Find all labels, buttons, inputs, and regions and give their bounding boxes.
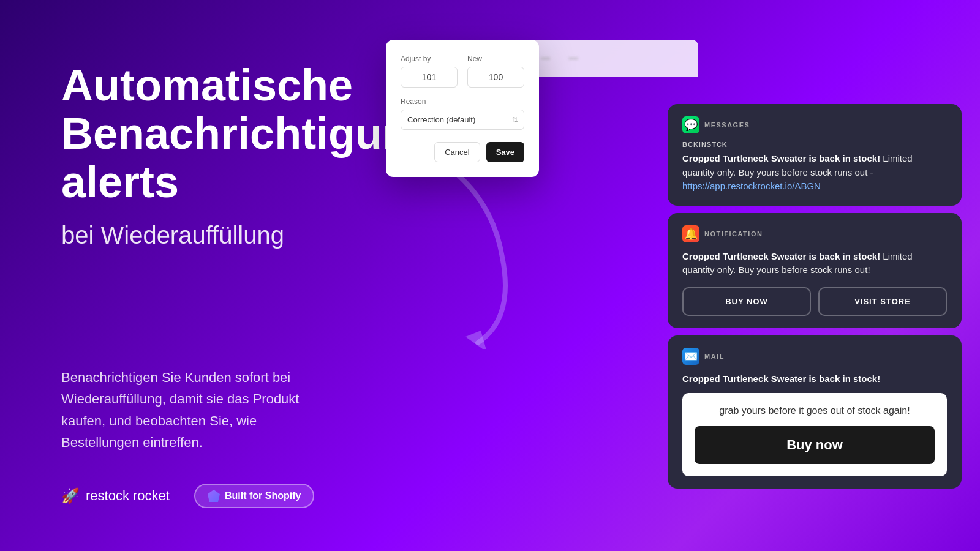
- hero-section: Automatische Benachrichtigungen alerts b…: [61, 61, 392, 249]
- reason-select[interactable]: Correction (default) Received Return res…: [401, 110, 524, 130]
- inventory-modal: Adjust by New Reason Correction (default…: [386, 40, 539, 177]
- save-button[interactable]: Save: [486, 142, 524, 162]
- messages-notification-card: 💬 MESSAGES BCKINSTCK Cropped Turtleneck …: [668, 104, 962, 206]
- adjust-by-col: Adjust by: [401, 54, 458, 88]
- main-headline: Automatische Benachrichtigungen alerts: [61, 61, 392, 207]
- mail-buy-now-button[interactable]: Buy now: [695, 426, 935, 464]
- buy-now-button[interactable]: BUY NOW: [682, 287, 811, 316]
- modal-quantity-row: Adjust by New: [401, 54, 524, 88]
- notif-push-header: 🔔 NOTIFICATION: [682, 225, 947, 242]
- mail-preview-text: grab yours before it goes out of stock a…: [695, 405, 935, 416]
- notif-messages-header: 💬 MESSAGES: [682, 116, 947, 133]
- reason-label: Reason: [401, 97, 524, 106]
- messages-icon: 💬: [682, 116, 699, 133]
- mail-email-preview: grab yours before it goes out of stock a…: [682, 393, 947, 476]
- shopify-badge[interactable]: Built for Shopify: [194, 484, 314, 508]
- push-bold-text: Cropped Turtleneck Sweater is back in st…: [682, 251, 880, 261]
- notification-icon: 🔔: [682, 225, 699, 242]
- messages-link[interactable]: https://app.restockrocket.io/ABGN: [682, 181, 821, 191]
- messages-bold-text: Cropped Turtleneck Sweater is back in st…: [682, 153, 880, 163]
- notif-mail-header: ✉️ MAIL: [682, 348, 947, 365]
- reason-select-wrapper: Correction (default) Received Return res…: [401, 110, 524, 130]
- sub-headline: bei Wiederauffüllung: [61, 222, 392, 249]
- adjust-by-input[interactable]: [401, 67, 458, 88]
- notifications-area: 💬 MESSAGES BCKINSTCK Cropped Turtleneck …: [668, 104, 962, 489]
- brand-name: restock rocket: [86, 488, 170, 504]
- new-col: New: [467, 54, 524, 88]
- mail-icon: ✉️: [682, 348, 699, 365]
- push-type-label: NOTIFICATION: [704, 230, 763, 238]
- adjust-by-label: Adjust by: [401, 54, 458, 63]
- messages-body: Cropped Turtleneck Sweater is back in st…: [682, 152, 947, 193]
- cancel-button[interactable]: Cancel: [434, 142, 480, 162]
- rocket-icon: 🚀: [61, 487, 80, 504]
- header-bar-item5: ••••: [568, 54, 578, 62]
- mail-subject-text: Cropped Turtleneck Sweater is back in st…: [682, 373, 880, 384]
- push-body: Cropped Turtleneck Sweater is back in st…: [682, 250, 947, 277]
- push-notification-buttons: BUY NOW VISIT STORE: [682, 287, 947, 316]
- brand-area: 🚀 restock rocket Built for Shopify: [61, 484, 314, 508]
- header-bar-item4: ••••: [541, 54, 550, 62]
- push-notification-card: 🔔 NOTIFICATION Cropped Turtleneck Sweate…: [668, 213, 962, 328]
- shopify-badge-label: Built for Shopify: [225, 490, 301, 501]
- description-text: Benachrichtigen Sie Kunden sofort bei Wi…: [61, 367, 331, 453]
- messages-sender: BCKINSTCK: [682, 141, 947, 148]
- reason-section: Reason Correction (default) Received Ret…: [401, 97, 524, 130]
- mail-notification-card: ✉️ MAIL Cropped Turtleneck Sweater is ba…: [668, 335, 962, 489]
- shopify-diamond-icon: [208, 490, 220, 502]
- messages-type-label: MESSAGES: [704, 121, 750, 129]
- new-input[interactable]: [467, 67, 524, 88]
- new-label: New: [467, 54, 524, 63]
- visit-store-button[interactable]: VISIT STORE: [818, 287, 947, 316]
- modal-actions: Cancel Save: [401, 142, 524, 162]
- mail-type-label: MAIL: [704, 353, 725, 360]
- brand-logo: 🚀 restock rocket: [61, 487, 170, 504]
- mail-subject: Cropped Turtleneck Sweater is back in st…: [682, 372, 947, 386]
